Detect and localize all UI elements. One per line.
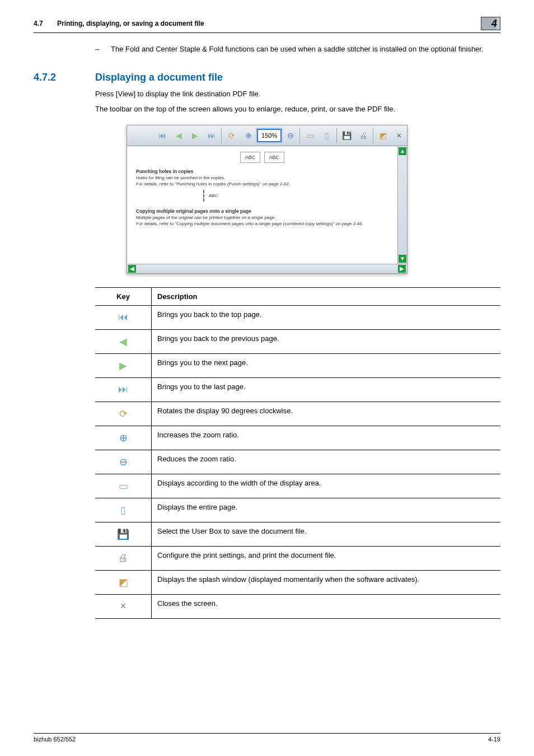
save-icon: 💾	[116, 527, 130, 542]
table-cell-description: Brings you back to the top page.	[152, 305, 501, 329]
bullet-note: – The Fold and Center Staple & Fold func…	[95, 44, 500, 55]
table-cell-description: Select the User Box to save the document…	[152, 522, 501, 546]
footer-model: bizhub 652/552	[34, 736, 76, 743]
table-row: ⟳Rotates the display 90 degrees clockwis…	[95, 402, 500, 426]
table-row: ⊖Reduces the zoom ratio.	[95, 450, 500, 474]
table-cell-description: Displays the splash window (displayed mo…	[152, 570, 501, 594]
fit-width-icon: ▭	[116, 479, 130, 493]
doc-text: For details, refer to "Punching holes in…	[136, 181, 388, 186]
scroll-down-icon[interactable]: ▼	[399, 255, 406, 263]
table-cell-description: Brings you to the last page.	[152, 377, 501, 402]
table-cell-description: Displays according to the width of the d…	[152, 474, 501, 498]
table-row: ▭Displays according to the width of the …	[95, 474, 500, 498]
table-row: ▶Brings you to the next page.	[95, 353, 500, 377]
table-row: ×Closes the screen.	[95, 594, 500, 618]
prev-page-icon: ◀	[116, 334, 130, 349]
subsection-number: 4.7.2	[34, 72, 95, 83]
table-row: ▯Displays the entire page.	[95, 498, 500, 522]
viewer-toolbar: ⏮ ◀ ▶ ⏭ ⟳ ⊕ 150% ⊖ ▭ ▯ 💾 🖨 ◩ ×	[127, 125, 407, 146]
save-icon[interactable]: 💾	[339, 127, 355, 144]
table-cell-description: Increases the zoom ratio.	[152, 426, 501, 450]
paragraph: Press [View] to display the link destina…	[95, 89, 500, 100]
horizontal-scrollbar[interactable]: ◀ ▶	[127, 264, 407, 273]
sample-abc-box: ABC	[264, 152, 285, 163]
last-page-icon[interactable]: ⏭	[204, 127, 222, 144]
doc-text: For details, refer to "Copying multiple …	[136, 221, 388, 226]
rotate-icon: ⟳	[116, 407, 130, 421]
zoom-out-icon: ⊖	[116, 455, 130, 469]
table-header-desc: Description	[152, 287, 501, 305]
close-icon: ×	[116, 599, 130, 614]
subsection-title: Displaying a document file	[95, 72, 223, 83]
doc-heading: Punching holes in copies	[136, 169, 388, 174]
sample-abc-small: ABC	[203, 190, 222, 202]
next-page-icon: ▶	[116, 358, 130, 373]
table-row: 🖨Configure the print settings, and print…	[95, 546, 500, 570]
doc-heading: Copying multiple original pages onto a s…	[136, 208, 388, 214]
close-icon[interactable]: ×	[394, 131, 405, 140]
zoom-out-icon[interactable]: ⊖	[283, 127, 301, 144]
first-page-icon[interactable]: ⏮	[154, 127, 170, 144]
doc-text: Holes for filing can be punched in the c…	[136, 175, 388, 180]
chapter-badge: 4	[481, 17, 500, 30]
paragraph: The toolbar on the top of the screen all…	[95, 104, 500, 115]
table-cell-description: Reduces the zoom ratio.	[152, 450, 501, 474]
table-cell-description: Configure the print settings, and print …	[152, 546, 501, 570]
footer-page-number: 4-19	[488, 736, 500, 743]
vertical-scrollbar[interactable]: ▲ ▼	[397, 146, 407, 264]
table-row: 💾Select the User Box to save the documen…	[95, 522, 500, 546]
running-header: 4.7 Printing, displaying, or saving a do…	[34, 17, 500, 33]
scroll-right-icon[interactable]: ▶	[398, 265, 406, 273]
fit-page-icon: ▯	[116, 503, 130, 517]
splash-icon: ◩	[116, 575, 130, 590]
doc-text: Multiple pages of the original can be pr…	[136, 215, 388, 220]
print-icon: 🖨	[116, 551, 130, 566]
splash-icon[interactable]: ◩	[376, 127, 391, 144]
table-cell-description: Brings you to the next page.	[152, 353, 501, 377]
table-row: ⏮Brings you back to the top page.	[95, 305, 500, 329]
header-section-number: 4.7	[34, 20, 43, 27]
viewer-document-area: ABC ABC Punching holes in copies Holes f…	[127, 146, 397, 264]
next-page-icon[interactable]: ▶	[188, 127, 203, 144]
header-section-title: Printing, displaying, or saving a docume…	[57, 20, 204, 27]
table-cell-description: Rotates the display 90 degrees clockwise…	[152, 402, 501, 426]
scroll-left-icon[interactable]: ◀	[128, 265, 136, 273]
table-header-key: Key	[95, 287, 152, 305]
table-cell-description: Displays the entire page.	[152, 498, 501, 522]
sample-abc-box: ABC	[240, 152, 261, 163]
table-row: ◩Displays the splash window (displayed m…	[95, 570, 500, 594]
last-page-icon: ⏭	[116, 382, 130, 397]
table-cell-description: Closes the screen.	[152, 594, 501, 618]
zoom-value-input[interactable]: 150%	[257, 129, 281, 142]
zoom-in-icon: ⊕	[116, 431, 130, 445]
table-cell-description: Brings you back to the previous page.	[152, 329, 501, 353]
page-footer: bizhub 652/552 4-19	[34, 733, 500, 743]
prev-page-icon[interactable]: ◀	[171, 127, 186, 144]
bullet-note-text: The Fold and Center Staple & Fold functi…	[111, 44, 484, 55]
first-page-icon: ⏮	[116, 310, 130, 325]
table-row: ⏭Brings you to the last page.	[95, 377, 500, 402]
table-row: ◀Brings you back to the previous page.	[95, 329, 500, 353]
fit-width-icon[interactable]: ▭	[302, 127, 318, 144]
pdf-viewer-screenshot: ⏮ ◀ ▶ ⏭ ⟳ ⊕ 150% ⊖ ▭ ▯ 💾 🖨 ◩ × ABC ABC P…	[127, 125, 407, 274]
zoom-in-icon[interactable]: ⊕	[241, 127, 256, 144]
print-icon[interactable]: 🖨	[355, 127, 373, 144]
rotate-icon[interactable]: ⟳	[224, 127, 240, 144]
fit-page-icon[interactable]: ▯	[319, 127, 337, 144]
key-description-table: Key Description ⏮Brings you back to the …	[95, 287, 500, 619]
scroll-up-icon[interactable]: ▲	[399, 147, 406, 155]
table-row: ⊕Increases the zoom ratio.	[95, 426, 500, 450]
